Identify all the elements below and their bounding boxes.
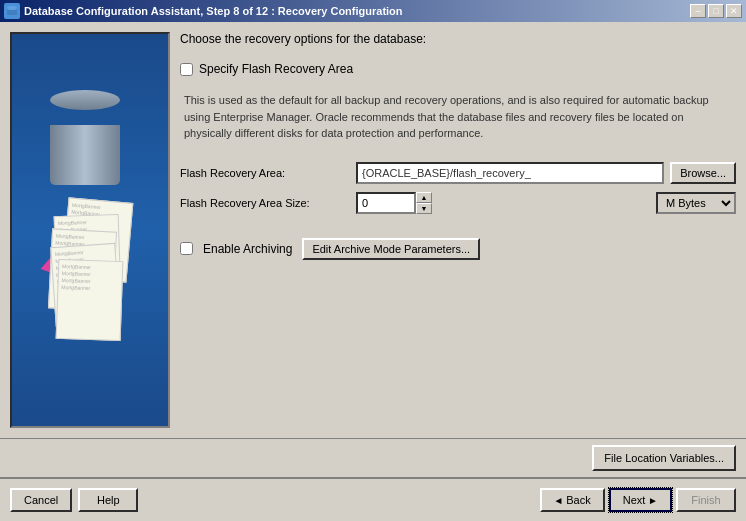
browse-button[interactable]: Browse...: [670, 162, 736, 184]
next-arrow-icon: ►: [645, 495, 658, 506]
close-button[interactable]: ✕: [726, 4, 742, 18]
flash-recovery-size-label: Flash Recovery Area Size:: [180, 197, 350, 209]
title-bar: Database Configuration Assistant, Step 8…: [0, 0, 746, 22]
back-arrow-icon: ◄: [554, 495, 567, 506]
footer-right-buttons: ◄ Back Next ► Finish: [540, 488, 736, 512]
size-input[interactable]: [356, 192, 416, 214]
content-area: MortgBannerMortgBannerMortgBannerMortgBa…: [0, 22, 746, 438]
flash-recovery-area-input[interactable]: [356, 162, 664, 184]
cancel-button[interactable]: Cancel: [10, 488, 72, 512]
flash-recovery-checkbox[interactable]: [180, 63, 193, 76]
form-grid: Flash Recovery Area: Browse... Flash Rec…: [180, 162, 736, 214]
unit-select[interactable]: M Bytes G Bytes: [656, 192, 736, 214]
spin-up-button[interactable]: ▲: [416, 192, 432, 203]
back-label: Back: [566, 494, 590, 506]
help-button[interactable]: Help: [78, 488, 138, 512]
enable-archiving-checkbox[interactable]: [180, 242, 193, 255]
size-spinner: ▲ ▼: [356, 192, 650, 214]
file-location-button[interactable]: File Location Variables...: [592, 445, 736, 471]
cylinder-body: [50, 125, 120, 185]
section-title: Choose the recovery options for the data…: [180, 32, 736, 46]
enable-archiving-label[interactable]: Enable Archiving: [203, 242, 292, 256]
window-controls: – □ ✕: [690, 4, 742, 18]
paper-5: MortgBannerMortgBannerMortgBannerMortgBa…: [56, 259, 124, 341]
window-title: Database Configuration Assistant, Step 8…: [24, 5, 403, 17]
flash-recovery-label[interactable]: Specify Flash Recovery Area: [199, 62, 353, 76]
footer-left-buttons: Cancel Help: [10, 488, 138, 512]
minimize-button[interactable]: –: [690, 4, 706, 18]
next-button[interactable]: Next ►: [609, 488, 672, 512]
footer: Cancel Help ◄ Back Next ► Finish: [0, 477, 746, 521]
flash-recovery-area-row: Flash Recovery Area: Browse...: [180, 162, 736, 184]
description-text: This is used as the default for all back…: [180, 92, 736, 142]
flash-recovery-checkbox-row: Specify Flash Recovery Area: [180, 62, 736, 76]
bottom-bar: File Location Variables...: [0, 438, 746, 477]
maximize-button[interactable]: □: [708, 4, 724, 18]
app-icon: [4, 3, 20, 19]
finish-button[interactable]: Finish: [676, 488, 736, 512]
svg-point-1: [7, 6, 17, 10]
flash-recovery-size-row: Flash Recovery Area Size: ▲ ▼ M Bytes G …: [180, 192, 736, 214]
next-label: Next: [623, 494, 646, 506]
flash-recovery-area-label: Flash Recovery Area:: [180, 167, 350, 179]
right-panel: Choose the recovery options for the data…: [180, 32, 736, 428]
cylinder-top: [50, 90, 120, 110]
main-window: MortgBannerMortgBannerMortgBannerMortgBa…: [0, 22, 746, 521]
spin-buttons: ▲ ▼: [416, 192, 432, 214]
db-illustration: MortgBannerMortgBannerMortgBannerMortgBa…: [30, 70, 150, 390]
archiving-row: Enable Archiving Edit Archive Mode Param…: [180, 238, 736, 260]
back-button[interactable]: ◄ Back: [540, 488, 605, 512]
cylinder-icon: [50, 90, 120, 170]
edit-archive-button[interactable]: Edit Archive Mode Parameters...: [302, 238, 480, 260]
illustration-panel: MortgBannerMortgBannerMortgBannerMortgBa…: [10, 32, 170, 428]
papers-stack: MortgBannerMortgBannerMortgBannerMortgBa…: [45, 200, 135, 360]
spin-down-button[interactable]: ▼: [416, 203, 432, 214]
